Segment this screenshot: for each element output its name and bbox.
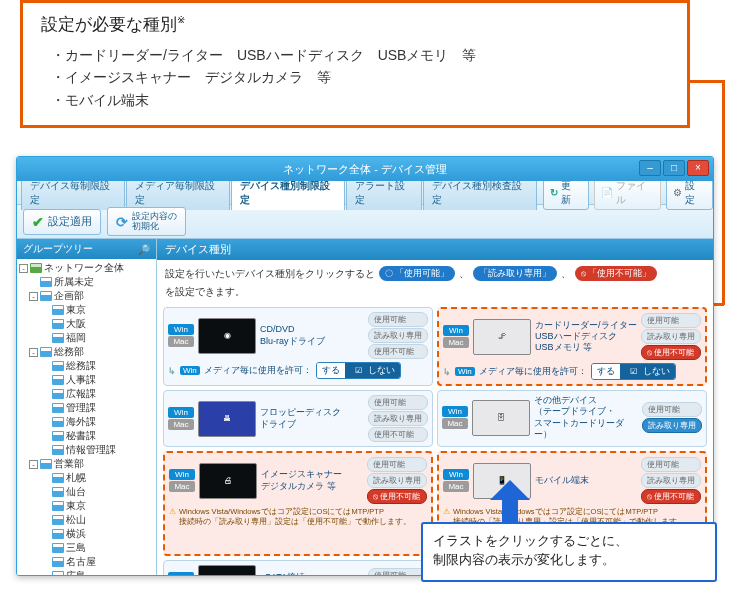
refresh-icon	[550, 187, 558, 198]
device-card-cd-dvd[interactable]: WinMac◉CD/DVDBlu-rayドライブ使用可能読み取り専用使用不可能W…	[163, 307, 433, 386]
tree-node[interactable]: -営業部	[17, 457, 156, 471]
folder-icon	[52, 445, 64, 455]
folder-icon	[52, 417, 64, 427]
tree-node[interactable]: 仙台	[17, 485, 156, 499]
tree-node[interactable]: 東京	[17, 303, 156, 317]
os-mac-badge: Mac	[443, 337, 469, 348]
tree-node[interactable]: 秘書課	[17, 429, 156, 443]
device-card-other[interactable]: WinMac🗄その他デバイス（テープドライブ・スマートカードリーダー）使用可能読…	[437, 390, 707, 447]
device-image: 🖶	[198, 401, 256, 437]
tree-node[interactable]: 総務課	[17, 359, 156, 373]
tree-node[interactable]: 管理課	[17, 401, 156, 415]
device-label: カードリーダー/ライターUSBハードディスクUSBメモリ 等	[535, 320, 637, 354]
action-row: 設定適用 設定内容の 初期化	[17, 205, 713, 239]
tree-toggle[interactable]: -	[19, 264, 28, 273]
device-card-esata[interactable]: WinMac🗄eSATA接続ハードディスク使用可能読み取り専用	[163, 560, 433, 575]
folder-icon	[52, 473, 64, 483]
window-close[interactable]: ×	[687, 160, 709, 176]
folder-icon	[52, 389, 64, 399]
tree-node[interactable]: -ネットワーク全体	[17, 261, 156, 275]
os-mac-badge: Mac	[168, 419, 194, 430]
window-minimize[interactable]: –	[639, 160, 661, 176]
apply-settings-button[interactable]: 設定適用	[23, 209, 101, 235]
app-window: ネットワーク全体 - デバイス管理 – □ × デバイス毎制限設定 メディア毎制…	[16, 156, 714, 576]
arrow-icon	[168, 366, 176, 376]
badge-readonly: 「読み取り専用」	[473, 266, 557, 281]
os-mac-badge: Mac	[443, 481, 469, 492]
folder-icon	[52, 501, 64, 511]
tree-label: 名古屋	[66, 555, 96, 569]
tree-node[interactable]: -総務部	[17, 345, 156, 359]
tree-label: ネットワーク全体	[44, 261, 124, 275]
os-win-mini: Win	[455, 367, 475, 376]
tree-label: 広島	[66, 569, 86, 575]
tree-label: 東京	[66, 303, 86, 317]
os-mac-badge: Mac	[442, 418, 468, 429]
tree-node[interactable]: 情報管理課	[17, 443, 156, 457]
device-card-card-reader[interactable]: WinMac🖇カードリーダー/ライターUSBハードディスクUSBメモリ 等使用可…	[437, 307, 707, 386]
folder-icon	[52, 305, 64, 315]
permission-toggle[interactable]: するしない	[591, 363, 676, 380]
tree-node[interactable]: 東京	[17, 499, 156, 513]
state-readonly: 読み取り専用	[642, 418, 702, 433]
group-tree[interactable]: -ネットワーク全体所属未定-企画部東京大阪福岡-総務部総務課人事課広報課管理課海…	[17, 259, 156, 575]
tree-node[interactable]: 大阪	[17, 317, 156, 331]
tree-node[interactable]: 所属未定	[17, 275, 156, 289]
folder-icon	[52, 543, 64, 553]
callout-item: イメージスキャナー デジタルカメラ 等	[51, 66, 669, 88]
tree-label: 横浜	[66, 527, 86, 541]
tabs: デバイス毎制限設定 メディア毎制限設定 デバイス種別制限設定 アラート設定 デバ…	[17, 181, 713, 205]
folder-icon	[52, 431, 64, 441]
bottom-callout: イラストをクリックするごとに、 制限内容の表示が変化します。	[421, 522, 717, 582]
callout-list: カードリーダー/ライター USBハードディスク USBメモリ 等 イメージスキャ…	[41, 44, 669, 111]
tree-node[interactable]: 福岡	[17, 331, 156, 345]
tree-node[interactable]: 海外課	[17, 415, 156, 429]
os-win-badge: Win	[168, 407, 194, 418]
tree-node[interactable]: 松山	[17, 513, 156, 527]
device-image: 🖨	[199, 463, 257, 499]
device-card-scanner[interactable]: WinMac🖨イメージスキャナーデジタルカメラ 等使用可能読み取り専用使用不可能…	[163, 451, 433, 556]
device-image: 🗄	[198, 565, 256, 575]
tree-label: 仙台	[66, 485, 86, 499]
tree-node[interactable]: 三島	[17, 541, 156, 555]
media-permission-row: Winメディア毎に使用を許可：するしない	[168, 362, 428, 379]
os-win-badge: Win	[168, 324, 194, 335]
tree-toggle[interactable]: -	[29, 460, 38, 469]
os-mac-badge: Mac	[169, 481, 195, 492]
folder-icon	[52, 361, 64, 371]
window-title: ネットワーク全体 - デバイス管理	[283, 163, 447, 175]
category-header: デバイス種別	[157, 239, 713, 260]
tree-label: 総務部	[54, 345, 84, 359]
tree-node[interactable]: 広島	[17, 569, 156, 575]
tree-node[interactable]: -企画部	[17, 289, 156, 303]
tree-label: 管理課	[66, 401, 96, 415]
tree-node[interactable]: 横浜	[17, 527, 156, 541]
titlebar: ネットワーク全体 - デバイス管理 – □ ×	[17, 157, 713, 181]
device-card-floppy[interactable]: WinMac🖶フロッピーディスクドライブ使用可能読み取り専用使用不可能	[163, 390, 433, 447]
tree-search-icon[interactable]: 🔎	[138, 244, 150, 255]
state-allow: 使用可能	[641, 313, 701, 328]
group-tree-pane: グループツリー 🔎 -ネットワーク全体所属未定-企画部東京大阪福岡-総務部総務課…	[17, 239, 157, 575]
folder-icon	[52, 515, 64, 525]
callout-item: モバイル端末	[51, 89, 669, 111]
device-label: eSATA接続ハードディスク	[260, 572, 364, 575]
folder-icon	[40, 347, 52, 357]
tree-label: 営業部	[54, 457, 84, 471]
tree-node[interactable]: 人事課	[17, 373, 156, 387]
device-label: モバイル端末	[535, 475, 637, 486]
tree-toggle[interactable]: -	[29, 292, 38, 301]
permission-toggle[interactable]: するしない	[316, 362, 401, 379]
tree-label: 東京	[66, 499, 86, 513]
os-win-badge: Win	[443, 325, 469, 336]
state-readonly: 読み取り専用	[641, 329, 701, 344]
tree-node[interactable]: 広報課	[17, 387, 156, 401]
reset-settings-button[interactable]: 設定内容の 初期化	[107, 207, 186, 237]
tree-label: 総務課	[66, 359, 96, 373]
tree-node[interactable]: 名古屋	[17, 555, 156, 569]
window-maximize[interactable]: □	[663, 160, 685, 176]
tree-node[interactable]: 札幌	[17, 471, 156, 485]
tree-toggle[interactable]: -	[29, 348, 38, 357]
os-win-badge: Win	[168, 572, 194, 576]
os-win-mini: Win	[180, 366, 200, 375]
state-readonly: 読み取り専用	[367, 473, 427, 488]
